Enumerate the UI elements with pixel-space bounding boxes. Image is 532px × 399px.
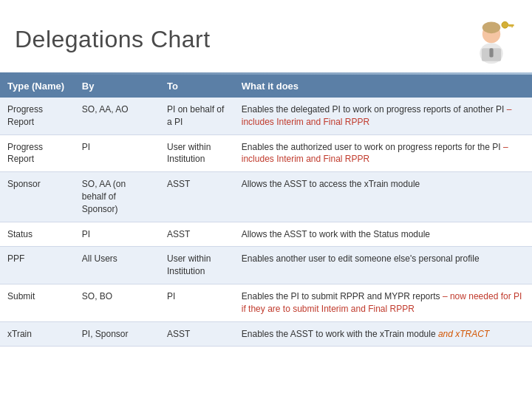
cell-type: Sponsor bbox=[0, 172, 75, 222]
table-header-row: Type (Name) By To What it does bbox=[0, 75, 532, 98]
cell-by: PI bbox=[75, 222, 160, 247]
what-colored-text: and xTRACT bbox=[438, 329, 489, 339]
table-row: SponsorSO, AA (on behalf of Sponsor)ASST… bbox=[0, 172, 532, 222]
cell-to: User within Institution bbox=[160, 247, 234, 284]
cell-what: Enables the ASST to work with the xTrain… bbox=[234, 321, 532, 347]
header: Delegations Chart bbox=[0, 0, 532, 72]
cell-type: xTrain bbox=[0, 321, 75, 347]
cell-type: Progress Report bbox=[0, 98, 75, 134]
svg-rect-4 bbox=[489, 48, 493, 57]
cell-type: PPF bbox=[0, 247, 75, 284]
what-plain-text: Enables the PI to submit RPPR and MYPR r… bbox=[242, 291, 443, 301]
cell-what: Enables the PI to submit RPPR and MYPR r… bbox=[234, 284, 532, 321]
svg-rect-7 bbox=[511, 24, 513, 27]
table-row: PPFAll UsersUser within InstitutionEnabl… bbox=[0, 247, 532, 284]
cell-type: Progress Report bbox=[0, 134, 75, 172]
cell-to: ASST bbox=[160, 172, 234, 222]
col-header-to: To bbox=[160, 75, 234, 98]
cell-what: Enables the delegated PI to work on prog… bbox=[234, 98, 532, 134]
svg-point-2 bbox=[482, 21, 501, 33]
svg-point-5 bbox=[502, 21, 508, 28]
what-plain-text: Enables the authorized user to work on p… bbox=[242, 142, 503, 152]
what-plain-text: Enables another user to edit someone els… bbox=[242, 253, 480, 264]
what-plain-text: Enables the delegated PI to work on prog… bbox=[242, 104, 507, 115]
cell-to: User within Institution bbox=[160, 134, 234, 172]
page: Delegations Chart Type (Name) By bbox=[0, 0, 532, 399]
table-row: Progress ReportSO, AA, AOPI on behalf of… bbox=[0, 98, 532, 134]
cell-what: Enables the authorized user to work on p… bbox=[234, 134, 532, 172]
cell-to: PI bbox=[160, 284, 234, 321]
cell-by: SO, AA (on behalf of Sponsor) bbox=[75, 172, 160, 222]
cell-by: All Users bbox=[75, 247, 160, 284]
cell-type: Submit bbox=[0, 284, 75, 321]
cell-by: SO, AA, AO bbox=[75, 98, 160, 134]
what-plain-text: Allows the ASST to work with the Status … bbox=[242, 229, 430, 239]
delegations-table: Type (Name) By To What it does Progress … bbox=[0, 75, 532, 347]
cell-what: Allows the ASST to work with the Status … bbox=[234, 222, 532, 247]
cell-to: PI on behalf of a PI bbox=[160, 98, 234, 134]
cell-what: Allows the ASST to access the xTrain mod… bbox=[234, 172, 532, 222]
what-plain-text: Enables the ASST to work with the xTrain… bbox=[242, 329, 438, 339]
table-row: Progress ReportPIUser within Institution… bbox=[0, 134, 532, 172]
cell-to: ASST bbox=[160, 222, 234, 247]
cell-to: ASST bbox=[160, 321, 234, 347]
cell-by: PI, Sponsor bbox=[75, 321, 160, 347]
page-title: Delegations Chart bbox=[15, 26, 211, 53]
cell-type: Status bbox=[0, 222, 75, 247]
col-header-what: What it does bbox=[234, 75, 532, 98]
cell-what: Enables another user to edit someone els… bbox=[234, 247, 532, 284]
svg-rect-8 bbox=[510, 24, 511, 27]
cell-by: SO, BO bbox=[75, 284, 160, 321]
table-row: StatusPIASSTAllows the ASST to work with… bbox=[0, 222, 532, 247]
col-header-type: Type (Name) bbox=[0, 75, 75, 98]
table-row: xTrainPI, SponsorASSTEnables the ASST to… bbox=[0, 321, 532, 347]
table-row: SubmitSO, BOPIEnables the PI to submit R… bbox=[0, 284, 532, 321]
col-header-by: By bbox=[75, 75, 160, 98]
what-plain-text: Allows the ASST to access the xTrain mod… bbox=[242, 179, 420, 189]
avatar bbox=[466, 13, 517, 65]
cell-by: PI bbox=[75, 134, 160, 172]
